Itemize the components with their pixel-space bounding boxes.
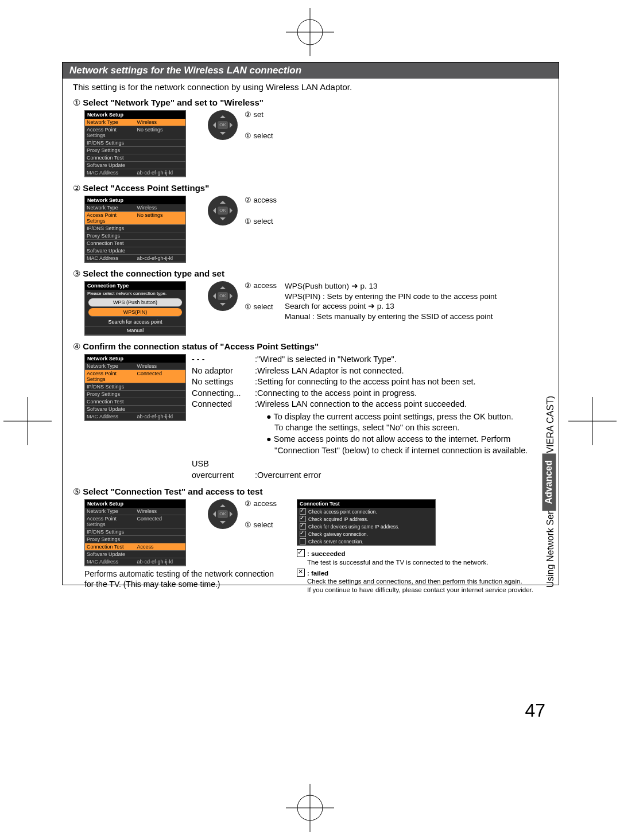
intro-text: This setting is for the network connecti… [73, 82, 548, 92]
page-frame: Network settings for the Wireless LAN co… [62, 62, 559, 585]
step2-menu: Network Setup Network TypeWirelessAccess… [84, 196, 186, 263]
section-header: Network settings for the Wireless LAN co… [63, 63, 559, 79]
crop-mark-right [568, 397, 617, 445]
check-ok-icon [297, 549, 305, 557]
step1-menu: Network Setup Network TypeWirelessAccess… [84, 110, 186, 177]
dpad-icon [208, 196, 238, 225]
step4-menu: Network Setup Network TypeWirelessAccess… [84, 354, 186, 421]
step3-title: ③ Select the connection type and set [73, 269, 548, 279]
step2-title: ② Select "Access Point Settings" [73, 183, 548, 193]
crop-mark-bottom [286, 784, 334, 832]
step3-desc: WPS(Push button) ➜ p. 13WPS(PIN) : Sets … [285, 281, 497, 321]
crop-mark-top [286, 8, 334, 56]
step4-title: ④ Confirm the connection status of "Acce… [73, 341, 548, 352]
step5-title: ⑤ Select "Connection Test" and access to… [73, 487, 548, 497]
dpad-icon [208, 499, 238, 529]
dpad-icon [208, 110, 238, 140]
dpad-icon [208, 281, 238, 311]
test-results: : succeeded The test is successful and t… [297, 549, 548, 594]
step5-menu: Network Setup Network TypeWirelessAccess… [84, 499, 186, 566]
step1-title: ① Select "Network Type" and set to "Wire… [73, 98, 548, 108]
connection-test-box: Connection Test Check access point conne… [297, 499, 436, 546]
step5-perform-text: Performs automatic testing of the networ… [84, 569, 285, 589]
page-number: 47 [525, 700, 545, 721]
check-fail-icon [297, 569, 305, 577]
step4-status: - - -:"Wired" is selected in "Network Ty… [192, 354, 548, 481]
crop-mark-left [3, 397, 52, 445]
step3-menu: Connection Type Please select network co… [84, 281, 186, 336]
